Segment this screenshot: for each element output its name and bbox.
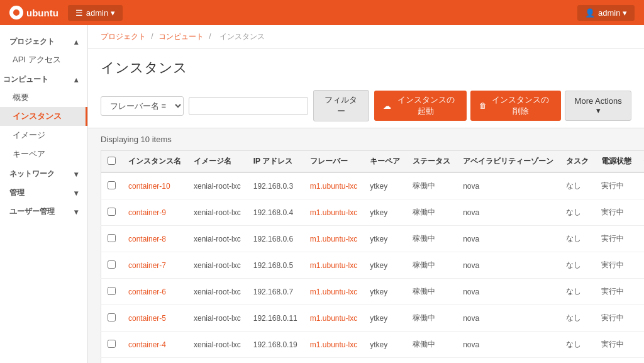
more-actions-button[interactable]: More Actions ▾	[565, 91, 631, 121]
chevron-down-icon: ▾	[74, 208, 78, 216]
row-instance-name: container-9	[122, 199, 187, 226]
row-checkbox-2[interactable]	[108, 234, 116, 242]
ubuntu-logo: ubuntu	[9, 6, 58, 20]
row-status: 稼働中	[406, 226, 457, 252]
row-checkbox-4[interactable]	[108, 287, 116, 295]
ubuntu-circle-icon	[9, 6, 23, 20]
col-header-az: アベイラビリティーゾーン	[457, 151, 560, 173]
row-instance-name: container-4	[122, 332, 187, 358]
launch-instance-button[interactable]: ☁ インスタンスの起動	[374, 91, 467, 121]
row-checkbox-6[interactable]	[108, 340, 116, 348]
row-az: nova	[457, 172, 560, 199]
row-instance-name: container-5	[122, 305, 187, 332]
row-image: xenial-root-lxc	[187, 199, 247, 226]
row-checkbox-3[interactable]	[108, 260, 116, 269]
row-checkbox-cell	[101, 199, 123, 226]
instance-name-link-1[interactable]: container-9	[128, 208, 166, 217]
sidebar-item-api-access[interactable]: API アクセス	[0, 50, 87, 69]
table-row: container-10 xenial-root-lxc 192.168.0.3…	[101, 172, 645, 199]
user-menu-button[interactable]: 👤 admin ▾	[577, 5, 635, 21]
row-checkbox-5[interactable]	[108, 313, 116, 321]
col-header-keypair: キーペア	[364, 151, 406, 173]
row-task: なし	[560, 172, 595, 199]
breadcrumb-separator: /	[151, 32, 155, 41]
row-flavor: m1.ubuntu-lxc	[304, 226, 364, 252]
ubuntu-logo-text: ubuntu	[26, 8, 58, 18]
row-image: xenial-root-lxc	[187, 358, 247, 364]
filter-select[interactable]: フレーバー名 ≡	[101, 96, 184, 116]
chevron-down-icon: ▾	[74, 189, 78, 198]
flavor-link-6[interactable]: m1.ubuntu-lxc	[310, 340, 357, 349]
row-flavor: m1.ubuntu-lxc	[304, 279, 364, 305]
instance-name-link-5[interactable]: container-5	[128, 314, 166, 323]
select-all-header	[101, 151, 123, 173]
instance-name-link-6[interactable]: container-4	[128, 340, 166, 349]
row-age: 1 分	[638, 199, 644, 226]
cloud-icon: ☁	[383, 101, 391, 111]
table-row: container-4 xenial-root-lxc 192.168.0.19…	[101, 332, 645, 358]
row-checkbox-1[interactable]	[108, 208, 116, 216]
row-checkbox-0[interactable]	[108, 181, 116, 189]
filter-button[interactable]: フィルター	[313, 90, 369, 121]
table-container: Displaying 10 items インスタンス名 イメージ名 IP アドレ…	[88, 128, 644, 363]
col-header-age: 作成後経過時間	[638, 151, 644, 173]
sidebar-project-section[interactable]: プロジェクト ▴	[0, 31, 87, 50]
row-age: 1 分	[638, 332, 644, 358]
breadcrumb-compute[interactable]: コンピュート	[158, 32, 204, 41]
table-row: container-6 xenial-root-lxc 192.168.0.7 …	[101, 279, 645, 305]
row-keypair: ytkey	[364, 172, 406, 199]
row-power: 実行中	[595, 279, 638, 305]
row-age: 1 分	[638, 279, 644, 305]
row-image: xenial-root-lxc	[187, 252, 247, 279]
flavor-link-4[interactable]: m1.ubuntu-lxc	[310, 288, 357, 296]
row-power: 実行中	[595, 332, 638, 358]
sidebar-item-instances[interactable]: インスタンス	[0, 107, 87, 126]
sidebar-item-overview[interactable]: 概要	[0, 88, 87, 107]
page-title: インスタンス	[101, 59, 631, 77]
breadcrumb-separator: /	[209, 32, 213, 41]
delete-instances-button[interactable]: 🗑 インスタンスの削除	[470, 91, 561, 121]
row-az: nova	[457, 358, 560, 364]
instance-name-link-3[interactable]: container-7	[128, 261, 166, 270]
row-az: nova	[457, 279, 560, 305]
row-az: nova	[457, 199, 560, 226]
admin-menu-button[interactable]: ☰ admin ▾	[68, 5, 123, 21]
flavor-link-5[interactable]: m1.ubuntu-lxc	[310, 314, 357, 323]
top-navigation: ubuntu ☰ admin ▾ 👤 admin ▾	[0, 0, 644, 25]
breadcrumb-project[interactable]: プロジェクト	[101, 32, 146, 41]
row-flavor: m1.ubuntu-lxc	[304, 305, 364, 332]
select-all-checkbox[interactable]	[108, 157, 116, 165]
instances-table: インスタンス名 イメージ名 IP アドレス フレーバー キーペア ステータス ア…	[101, 150, 644, 363]
sidebar-user-management-section[interactable]: ユーザー管理 ▾	[0, 201, 87, 220]
row-power: 実行中	[595, 172, 638, 199]
instance-name-link-0[interactable]: container-10	[128, 182, 170, 191]
flavor-link-2[interactable]: m1.ubuntu-lxc	[310, 235, 357, 243]
sidebar-item-keypairs[interactable]: キーペア	[0, 145, 87, 164]
sidebar-management-section[interactable]: 管理 ▾	[0, 182, 87, 201]
row-flavor: m1.ubuntu-lxc	[304, 172, 364, 199]
row-checkbox-cell	[101, 358, 123, 364]
instance-name-link-2[interactable]: container-8	[128, 235, 166, 243]
sidebar-network-section[interactable]: ネットワーク ▾	[0, 164, 87, 182]
row-ip: 192.168.0.19	[247, 332, 304, 358]
row-instance-name: container-10	[122, 172, 187, 199]
flavor-link-3[interactable]: m1.ubuntu-lxc	[310, 261, 357, 270]
col-header-status: ステータス	[406, 151, 457, 173]
flavor-link-0[interactable]: m1.ubuntu-lxc	[310, 182, 357, 191]
sidebar-item-images[interactable]: イメージ	[0, 126, 87, 145]
sidebar-compute-section[interactable]: コンピュート ▴	[0, 69, 87, 88]
breadcrumb-current: インスタンス	[219, 32, 265, 41]
row-power: 実行中	[595, 199, 638, 226]
flavor-link-1[interactable]: m1.ubuntu-lxc	[310, 208, 357, 217]
row-flavor: m1.ubuntu-lxc	[304, 252, 364, 279]
instance-name-link-4[interactable]: container-6	[128, 288, 166, 296]
filter-input[interactable]	[189, 97, 308, 115]
table-row: container-8 xenial-root-lxc 192.168.0.6 …	[101, 226, 645, 252]
row-instance-name: container-6	[122, 279, 187, 305]
row-task: なし	[560, 279, 595, 305]
row-flavor: m1.ubuntu-lxc	[304, 332, 364, 358]
row-status: 稼働中	[406, 172, 457, 199]
row-checkbox-cell	[101, 172, 123, 199]
row-keypair: ytkey	[364, 332, 406, 358]
row-checkbox-cell	[101, 332, 123, 358]
